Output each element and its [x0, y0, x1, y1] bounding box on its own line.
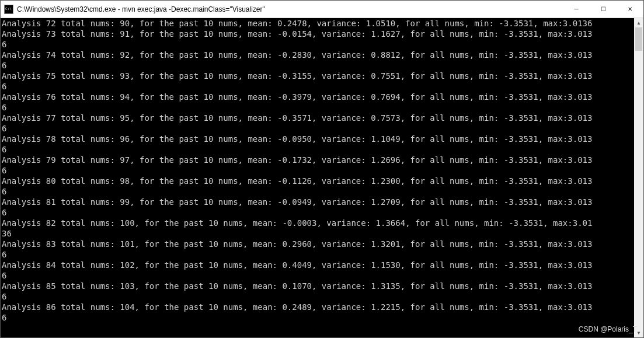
close-button[interactable]: ✕	[617, 1, 643, 18]
cmd-icon	[4, 5, 13, 14]
console-output[interactable]: Analysis 72 total nums: 90, for the past…	[1, 18, 634, 337]
scroll-track[interactable]	[634, 27, 643, 328]
window-controls: ─ ☐ ✕	[563, 1, 643, 18]
window-icon	[1, 5, 17, 14]
maximize-button[interactable]: ☐	[590, 1, 617, 18]
cmd-window: C:\Windows\System32\cmd.exe - mvn exec:j…	[0, 0, 644, 338]
title-bar[interactable]: C:\Windows\System32\cmd.exe - mvn exec:j…	[1, 1, 643, 18]
window-title: C:\Windows\System32\cmd.exe - mvn exec:j…	[17, 5, 563, 13]
vertical-scrollbar[interactable]: ▲ ▼	[634, 18, 643, 337]
minimize-button[interactable]: ─	[563, 1, 590, 18]
scroll-up-button[interactable]: ▲	[634, 18, 643, 27]
console-area: Analysis 72 total nums: 90, for the past…	[1, 18, 643, 337]
scroll-down-button[interactable]: ▼	[634, 328, 643, 337]
scroll-thumb[interactable]	[635, 27, 642, 51]
